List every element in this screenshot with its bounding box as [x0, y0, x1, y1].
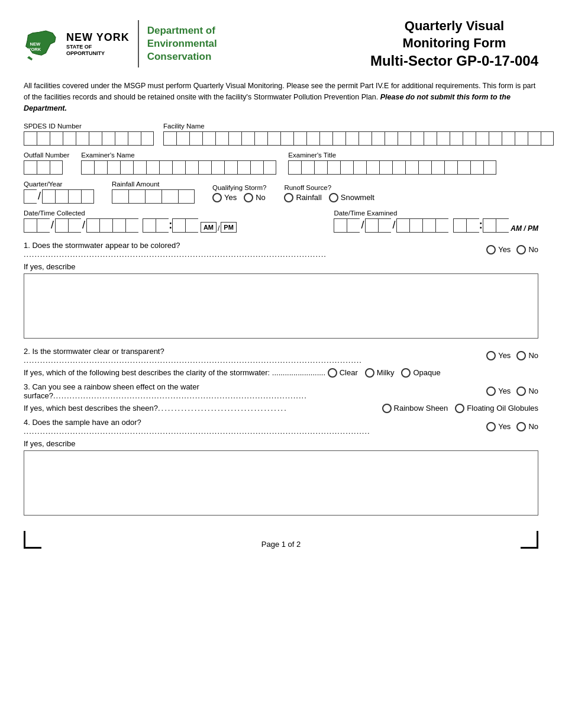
spdes-id-boxes[interactable] [24, 131, 154, 146]
en-box-11[interactable] [211, 160, 224, 175]
milky-option[interactable]: Milky [365, 368, 395, 378]
de-y2[interactable] [409, 218, 422, 233]
opaque-option[interactable]: Opaque [401, 368, 440, 378]
q3-no-option[interactable]: No [516, 386, 538, 396]
examiner-name-boxes[interactable] [81, 160, 276, 175]
q4-no-radio[interactable] [516, 422, 526, 431]
en-box-15[interactable] [263, 160, 276, 175]
fn-box-2[interactable] [176, 131, 189, 146]
en-box-10[interactable] [198, 160, 211, 175]
et-box-3[interactable] [314, 160, 327, 175]
q2-no-radio[interactable] [516, 351, 526, 360]
fn-box-1[interactable] [163, 131, 176, 146]
q3-no-radio[interactable] [516, 386, 526, 396]
qy-box-4[interactable] [68, 189, 81, 204]
fn-box-15[interactable] [345, 131, 358, 146]
qualifying-no-radio[interactable] [244, 193, 253, 202]
q4-yes-no[interactable]: Yes No [486, 422, 538, 431]
et-box-11[interactable] [418, 160, 431, 175]
q1-describe-box[interactable] [24, 273, 538, 339]
spdes-box-5[interactable] [76, 131, 89, 146]
fn-box-28[interactable] [515, 131, 528, 146]
q2-yes-option[interactable]: Yes [486, 351, 511, 360]
fn-box-11[interactable] [293, 131, 306, 146]
q3-yes-no[interactable]: Yes No [486, 386, 538, 396]
qualifying-yes-option[interactable]: Yes [212, 193, 237, 202]
outfall-box-3[interactable] [50, 160, 63, 175]
et-box-7[interactable] [366, 160, 379, 175]
et-box-1[interactable] [288, 160, 301, 175]
de-y3[interactable] [422, 218, 435, 233]
et-box-15[interactable] [470, 160, 483, 175]
spdes-box-9[interactable] [128, 131, 141, 146]
rainbow-sheen-option[interactable]: Rainbow Sheen [382, 404, 448, 413]
dc-m2[interactable] [37, 218, 50, 233]
rainfall-boxes[interactable] [112, 189, 195, 204]
q4-yes-radio[interactable] [486, 422, 496, 431]
fn-box-10[interactable] [280, 131, 293, 146]
qualifying-yes-radio[interactable] [212, 193, 222, 202]
en-box-4[interactable] [120, 160, 133, 175]
spdes-box-10[interactable] [141, 131, 154, 146]
q1-yes-no[interactable]: Yes No [486, 245, 538, 255]
qualifying-storm-radios[interactable]: Yes No [212, 193, 266, 204]
de-h1[interactable] [453, 218, 466, 233]
dc-d2[interactable] [68, 218, 81, 233]
fn-box-23[interactable] [450, 131, 463, 146]
et-box-2[interactable] [301, 160, 314, 175]
de-d2[interactable] [378, 218, 391, 233]
qy-box-3[interactable] [55, 189, 68, 204]
dc-y3[interactable] [112, 218, 125, 233]
ra-box-1[interactable] [112, 189, 128, 204]
q1-no-option[interactable]: No [516, 245, 538, 255]
en-box-9[interactable] [185, 160, 198, 175]
en-box-13[interactable] [237, 160, 250, 175]
fn-box-29[interactable] [528, 131, 541, 146]
am-box-collected[interactable]: AM [201, 222, 217, 233]
dc-h1[interactable] [143, 218, 156, 233]
dc-m1[interactable] [24, 218, 37, 233]
dc-d1[interactable] [55, 218, 68, 233]
q2-yes-no[interactable]: Yes No [486, 351, 538, 360]
qualifying-no-option[interactable]: No [244, 193, 266, 202]
dc-y2[interactable] [99, 218, 112, 233]
spdes-box-8[interactable] [115, 131, 128, 146]
dc-y1[interactable] [86, 218, 99, 233]
runoff-snowmelt-option[interactable]: Snowmelt [329, 193, 374, 202]
spdes-box-2[interactable] [37, 131, 50, 146]
en-box-3[interactable] [107, 160, 120, 175]
qy-box-2[interactable] [42, 189, 55, 204]
de-y1[interactable] [396, 218, 409, 233]
quarter-year-boxes[interactable]: / [24, 189, 94, 204]
ra-box-3[interactable] [145, 189, 162, 204]
et-box-12[interactable] [431, 160, 444, 175]
spdes-box-4[interactable] [63, 131, 76, 146]
q3-yes-option[interactable]: Yes [486, 386, 511, 396]
de-d1[interactable] [365, 218, 378, 233]
fn-box-24[interactable] [463, 131, 476, 146]
floating-oil-radio[interactable] [455, 404, 464, 413]
spdes-box-6[interactable] [89, 131, 102, 146]
et-box-14[interactable] [457, 160, 470, 175]
de-min2[interactable] [496, 218, 509, 233]
qy-box-1[interactable] [24, 189, 37, 204]
en-box-12[interactable] [224, 160, 237, 175]
fn-box-30[interactable] [541, 131, 554, 146]
en-box-2[interactable] [94, 160, 107, 175]
de-m2[interactable] [347, 218, 360, 233]
fn-box-20[interactable] [411, 131, 424, 146]
et-box-16[interactable] [483, 160, 496, 175]
milky-radio[interactable] [365, 368, 374, 378]
fn-box-3[interactable] [189, 131, 202, 146]
date-collected-boxes[interactable]: / / : AM / PM [24, 218, 237, 233]
outfall-box-2[interactable] [37, 160, 50, 175]
examiner-title-boxes[interactable] [288, 160, 496, 175]
fn-box-17[interactable] [372, 131, 385, 146]
date-examined-boxes[interactable]: / / : AM / PM [334, 218, 538, 233]
opaque-radio[interactable] [401, 368, 411, 378]
runoff-source-radios[interactable]: Rainfall Snowmelt [284, 193, 374, 204]
et-box-8[interactable] [379, 160, 392, 175]
q1-yes-radio[interactable] [486, 245, 496, 255]
spdes-box-3[interactable] [50, 131, 63, 146]
dc-y4[interactable] [125, 218, 138, 233]
